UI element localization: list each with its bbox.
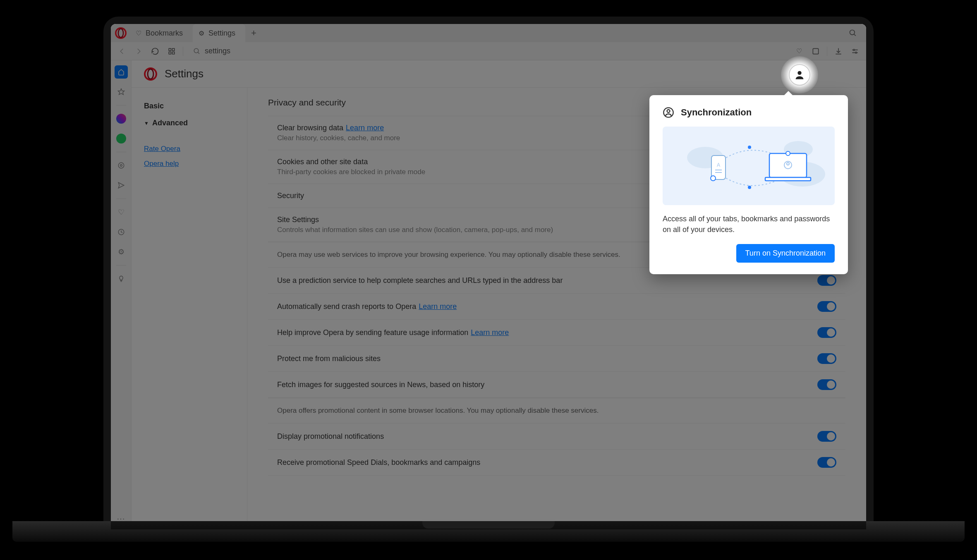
svg-point-17 — [118, 163, 124, 168]
bookmark-heart-icon[interactable]: ♡ — [794, 46, 805, 57]
toggle-switch[interactable] — [817, 353, 836, 364]
profile-button-highlight — [781, 56, 818, 93]
row-title: Fetch images for suggested sources in Ne… — [277, 381, 484, 389]
svg-point-8 — [194, 48, 199, 53]
opera-logo-icon — [144, 67, 157, 81]
settings-header: Settings — [132, 60, 866, 88]
svg-point-15 — [855, 52, 857, 53]
new-tab-button[interactable]: + — [245, 28, 262, 38]
toggle-switch[interactable] — [817, 431, 836, 442]
forward-button[interactable] — [133, 46, 144, 57]
svg-line-9 — [198, 52, 199, 54]
toggle-switch[interactable] — [817, 457, 836, 468]
toggle-switch[interactable] — [817, 275, 836, 286]
row-title: Use a prediction service to help complet… — [277, 276, 563, 285]
heart-sidebar-icon[interactable]: ♡ — [115, 206, 128, 219]
svg-rect-5 — [172, 48, 175, 50]
svg-point-23 — [797, 71, 801, 75]
learn-more-link[interactable]: Learn more — [419, 302, 457, 311]
row-title: Help improve Opera by sending feature us… — [277, 328, 468, 337]
row-title: Security — [277, 191, 304, 200]
divider — [116, 152, 126, 152]
svg-rect-37 — [765, 177, 811, 181]
personal-news-icon[interactable] — [115, 159, 128, 172]
toggle-row: Automatically send crash reports to Oper… — [268, 293, 845, 319]
row-title: Cookies and other site data — [277, 158, 368, 166]
gear-icon: ⚙ — [199, 29, 204, 37]
svg-point-25 — [667, 110, 670, 112]
nav-advanced[interactable]: ▼ Advanced — [144, 115, 235, 132]
info-text: Opera offers promotional content in some… — [268, 398, 845, 423]
svg-rect-4 — [169, 48, 171, 50]
svg-point-30 — [748, 186, 751, 189]
send-icon[interactable] — [115, 179, 128, 192]
row-title: Clear browsing data — [277, 124, 343, 132]
download-icon[interactable] — [833, 46, 844, 57]
row-title: Site Settings — [277, 215, 319, 224]
lightbulb-icon[interactable] — [115, 272, 128, 285]
laptop-notch — [422, 521, 555, 529]
svg-point-22 — [148, 69, 153, 79]
divider — [827, 47, 827, 56]
svg-point-14 — [853, 49, 855, 50]
reload-button[interactable] — [150, 46, 160, 57]
learn-more-link[interactable]: Learn more — [346, 124, 384, 132]
address-input[interactable] — [205, 47, 784, 55]
svg-point-18 — [120, 165, 122, 167]
svg-point-38 — [786, 151, 790, 156]
profile-button[interactable] — [789, 64, 810, 86]
search-tabs-icon[interactable] — [844, 29, 862, 37]
settings-gear-icon[interactable]: ⚙ — [115, 245, 128, 258]
history-icon[interactable] — [115, 225, 128, 239]
toggle-switch[interactable] — [817, 301, 836, 312]
speed-dial-icon[interactable] — [115, 65, 128, 79]
divider — [116, 105, 126, 105]
toggle-switch[interactable] — [817, 327, 836, 338]
svg-point-0 — [116, 28, 126, 38]
sync-illustration: A — [663, 127, 835, 205]
toggle-switch[interactable] — [817, 379, 836, 390]
divider — [116, 199, 126, 199]
bookmarks-icon[interactable] — [115, 85, 128, 98]
laptop-base — [12, 521, 965, 542]
whatsapp-icon[interactable] — [115, 132, 128, 145]
divider — [116, 265, 126, 266]
grid-icon[interactable] — [166, 46, 177, 57]
svg-point-1 — [118, 29, 123, 38]
toggle-row: Help improve Opera by sending feature us… — [268, 319, 845, 345]
toggle-row: Fetch images for suggested sources in Ne… — [268, 371, 845, 398]
divider — [183, 47, 183, 56]
page-title: Settings — [165, 67, 204, 80]
easy-setup-icon[interactable] — [850, 46, 860, 57]
svg-rect-7 — [172, 52, 175, 54]
sync-popover: Synchronization A — [649, 95, 848, 274]
toggle-row: Display promotional notifications — [268, 423, 845, 449]
user-circle-icon — [663, 107, 674, 118]
turn-on-sync-button[interactable]: Turn on Synchronization — [736, 244, 835, 263]
opera-help-link[interactable]: Opera help — [144, 156, 235, 171]
opera-logo-icon[interactable] — [115, 27, 127, 39]
svg-marker-16 — [118, 89, 124, 95]
tab-label: Settings — [208, 29, 235, 38]
address-input-wrap[interactable] — [189, 45, 788, 57]
tab-bookmarks[interactable]: ♡ Bookmarks — [130, 24, 193, 42]
tab-bar: ♡ Bookmarks ⚙ Settings + — [111, 24, 866, 42]
popover-description: Access all of your tabs, bookmarks and p… — [663, 213, 835, 235]
tab-settings[interactable]: ⚙ Settings — [193, 24, 245, 42]
svg-point-32 — [711, 176, 716, 181]
messenger-icon[interactable] — [115, 112, 128, 125]
svg-marker-19 — [118, 182, 124, 188]
laptop-frame: ♡ Bookmarks ⚙ Settings + — [103, 17, 874, 529]
svg-rect-10 — [813, 48, 818, 54]
svg-rect-6 — [169, 52, 171, 54]
learn-more-link[interactable]: Learn more — [471, 328, 509, 337]
nav-basic[interactable]: Basic — [144, 98, 235, 115]
heart-icon: ♡ — [136, 29, 141, 37]
back-button[interactable] — [117, 46, 127, 57]
extension-icon[interactable] — [810, 46, 821, 57]
address-bar: ♡ — [111, 42, 866, 60]
row-title: Receive promotional Speed Dials, bookmar… — [277, 458, 480, 467]
svg-point-29 — [748, 146, 751, 149]
rate-opera-link[interactable]: Rate Opera — [144, 141, 235, 156]
svg-point-21 — [145, 68, 156, 80]
